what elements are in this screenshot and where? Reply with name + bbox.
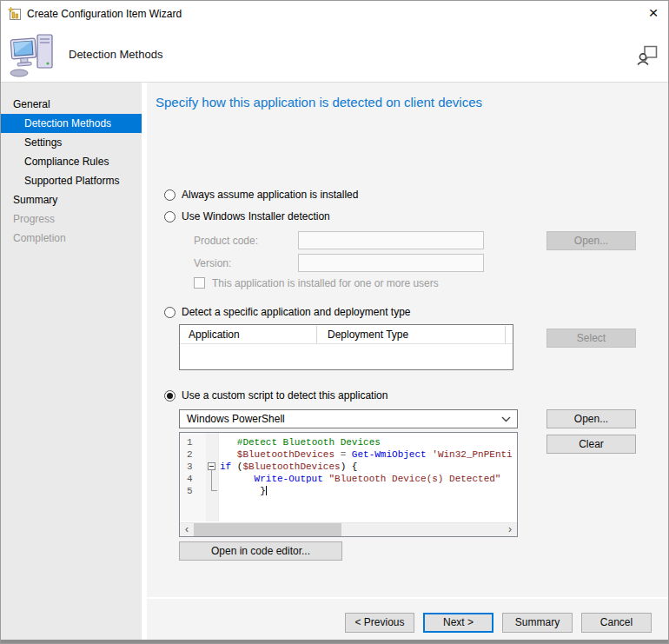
page-header-title: Detection Methods [69, 27, 162, 82]
script-open-button[interactable]: Open... [546, 409, 636, 428]
code-text-area[interactable]: #Detect Bluetooth Devices $BluetoothDevi… [220, 436, 516, 521]
sidebar-item-completion: Completion [1, 229, 142, 248]
chevron-down-icon [501, 416, 511, 422]
scroll-left-icon[interactable]: ‹ [180, 523, 194, 536]
page-title: Specify how this application is detected… [156, 95, 482, 110]
scrollbar-thumb[interactable] [194, 523, 341, 536]
radio-custom-script[interactable] [164, 390, 176, 402]
sidebar-item-compliance-rules[interactable]: Compliance Rules [1, 152, 142, 171]
wizard-window: Create Configuration Item Wizard × Detec… [0, 0, 669, 644]
msi-open-button: Open... [546, 231, 636, 250]
previous-button[interactable]: < Previous [345, 613, 414, 633]
version-field [298, 254, 484, 272]
window-bottom-edge [1, 640, 669, 644]
code-line: $BluetoothDevices = Get-WmiObject 'Win32… [220, 448, 516, 461]
script-code-editor[interactable]: 1 2 3 4 5 #Detect Bluetooth Devices $Blu… [179, 432, 518, 537]
code-line: } [220, 485, 516, 497]
radio-windows-installer[interactable] [164, 211, 176, 222]
column-application[interactable]: Application [180, 325, 240, 344]
product-code-field [298, 231, 484, 249]
text-cursor [266, 486, 267, 495]
code-line: #Detect Bluetooth Devices [220, 436, 516, 448]
fold-scope-line [211, 470, 217, 491]
code-line: Write-Output "Bluetooth Device(s) Detect… [220, 473, 516, 485]
per-user-checkbox [194, 277, 205, 289]
per-user-checkbox-label: This application is installed for one or… [212, 277, 439, 289]
sidebar-item-settings[interactable]: Settings [1, 133, 142, 152]
application-table[interactable]: Application Deployment Type [179, 324, 513, 370]
application-table-header: Application Deployment Type [180, 325, 513, 344]
radio-specific-application[interactable] [164, 307, 176, 318]
open-in-code-editor-button[interactable]: Open in code editor... [179, 541, 342, 561]
column-deployment-type[interactable]: Deployment Type [319, 325, 408, 344]
column-divider [316, 326, 317, 343]
sidebar-item-general[interactable]: General [1, 95, 142, 114]
horizontal-scrollbar[interactable]: ‹ › [180, 522, 517, 536]
script-clear-button[interactable]: Clear [546, 435, 636, 454]
product-code-label: Product code: [194, 235, 258, 247]
close-icon[interactable]: × [639, 1, 668, 27]
line-number-gutter: 1 2 3 4 5 [180, 433, 206, 521]
wizard-app-icon [8, 7, 22, 21]
next-button[interactable]: Next > [423, 613, 493, 633]
radio-always-installed[interactable] [164, 189, 176, 201]
radio-windows-installer-label[interactable]: Use Windows Installer detection [182, 210, 330, 222]
version-label: Version: [194, 257, 231, 269]
feedback-icon[interactable] [636, 44, 659, 67]
sidebar-item-detection-methods[interactable]: Detection Methods [1, 114, 142, 133]
select-button: Select [546, 329, 636, 348]
sidebar-item-summary[interactable]: Summary [1, 190, 142, 209]
script-language-value: Windows PowerShell [187, 410, 285, 428]
fold-collapse-icon[interactable] [208, 462, 215, 470]
computer-icon [10, 32, 60, 77]
radio-custom-script-label[interactable]: Use a custom script to detect this appli… [182, 389, 387, 402]
window-title: Create Configuration Item Wizard [27, 1, 182, 27]
cancel-button[interactable]: Cancel [581, 613, 652, 633]
scroll-right-icon[interactable]: › [503, 523, 517, 536]
title-bar: Create Configuration Item Wizard × [1, 1, 668, 27]
radio-always-installed-label[interactable]: Always assume application is installed [182, 189, 358, 201]
summary-button[interactable]: Summary [502, 613, 573, 633]
code-line: if ($BluetoothDevices) { [220, 461, 516, 473]
sidebar-item-supported-platforms[interactable]: Supported Platforms [1, 171, 142, 190]
script-language-select[interactable]: Windows PowerShell [179, 409, 518, 428]
column-divider [505, 326, 506, 343]
radio-specific-application-label[interactable]: Detect a specific application and deploy… [182, 306, 411, 318]
sidebar-item-progress: Progress [1, 209, 142, 229]
footer-divider [147, 597, 669, 599]
